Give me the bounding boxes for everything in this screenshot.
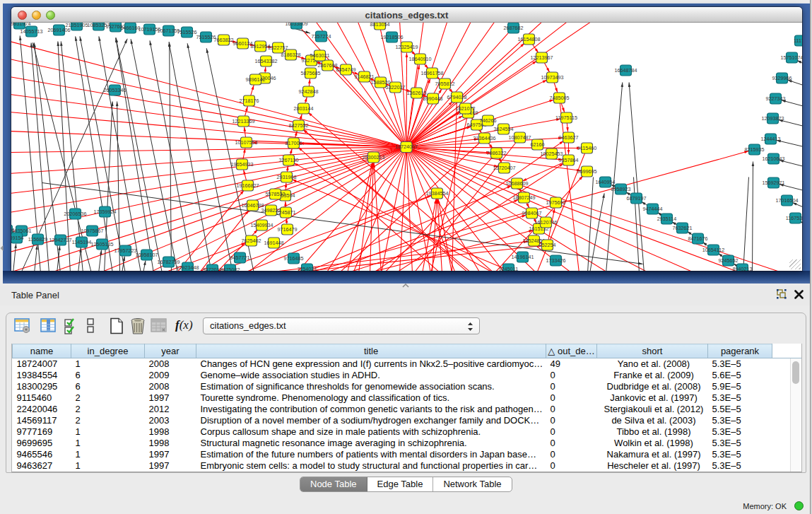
- svg-text:7625402: 7625402: [242, 238, 261, 244]
- svg-text:21364436: 21364436: [473, 135, 496, 141]
- svg-text:7955812: 7955812: [435, 81, 455, 87]
- svg-text:9457721: 9457721: [230, 255, 250, 261]
- svg-text:12213967: 12213967: [531, 54, 553, 61]
- svg-text:1244413: 1244413: [761, 136, 781, 142]
- svg-text:15720407: 15720407: [493, 165, 516, 171]
- svg-text:14196141: 14196141: [512, 254, 534, 260]
- svg-text:18724007: 18724007: [395, 144, 418, 150]
- svg-text:9699695: 9699695: [577, 168, 597, 175]
- svg-text:16648784: 16648784: [615, 67, 637, 74]
- svg-text:9472011: 9472011: [203, 267, 222, 271]
- svg-text:5875685: 5875685: [301, 70, 321, 76]
- svg-text:25300213: 25300213: [363, 154, 385, 160]
- svg-text:7663822: 7663822: [214, 37, 234, 43]
- svg-text:18640910: 18640910: [409, 56, 432, 62]
- svg-text:10973493: 10973493: [541, 74, 564, 81]
- svg-text:1733426: 1733426: [546, 257, 566, 264]
- svg-text:8454749: 8454749: [336, 66, 356, 73]
- svg-text:16543382: 16543382: [255, 58, 278, 64]
- svg-text:2322757: 2322757: [269, 45, 288, 51]
- svg-text:3267130: 3267130: [279, 157, 299, 163]
- svg-text:1145194: 1145194: [72, 239, 91, 245]
- svg-text:8990448: 8990448: [423, 95, 443, 102]
- svg-text:8940213: 8940213: [733, 266, 753, 271]
- svg-text:7986322: 7986322: [487, 150, 507, 156]
- svg-text:9716485: 9716485: [284, 255, 304, 262]
- svg-text:817006: 817006: [286, 140, 302, 146]
- svg-text:1640954: 1640954: [596, 179, 616, 185]
- svg-text:2931908: 2931908: [277, 174, 297, 180]
- svg-text:5578533: 5578533: [266, 191, 286, 197]
- svg-text:10688609: 10688609: [506, 180, 529, 187]
- svg-text:12923448: 12923448: [177, 264, 199, 271]
- svg-text:7632621: 7632621: [673, 225, 693, 231]
- svg-text:10958107: 10958107: [136, 252, 158, 258]
- svg-text:16961758: 16961758: [421, 70, 444, 76]
- svg-text:2867608: 2867608: [318, 62, 338, 69]
- svg-text:6466160: 6466160: [121, 25, 141, 31]
- svg-text:9716479: 9716479: [278, 226, 298, 233]
- svg-text:7515526: 7515526: [196, 34, 216, 40]
- svg-text:10025453: 10025453: [541, 151, 563, 157]
- svg-text:11172: 11172: [794, 37, 802, 44]
- svg-text:3624554: 3624554: [494, 126, 514, 132]
- svg-text:17957223: 17957223: [114, 247, 137, 254]
- svg-text:7515526: 7515526: [177, 29, 197, 35]
- svg-text:9227343: 9227343: [766, 95, 786, 102]
- svg-text:746266: 746266: [480, 117, 497, 124]
- svg-text:9660124: 9660124: [233, 40, 253, 47]
- svg-text:17359924: 17359924: [94, 209, 117, 215]
- svg-text:252254: 252254: [539, 242, 556, 248]
- svg-text:19166827: 19166827: [237, 182, 259, 189]
- svg-text:12942737: 12942737: [49, 237, 72, 243]
- svg-text:20206536: 20206536: [64, 211, 87, 217]
- svg-text:18807249: 18807249: [513, 194, 536, 201]
- svg-text:16033809: 16033809: [286, 23, 308, 27]
- svg-text:16210643: 16210643: [763, 156, 785, 162]
- svg-text:7485005: 7485005: [550, 95, 570, 101]
- svg-text:5322037: 5322037: [386, 84, 406, 90]
- svg-text:17016504: 17016504: [776, 197, 799, 204]
- svg-text:8958923: 8958923: [611, 186, 631, 192]
- svg-text:16120746: 16120746: [535, 219, 558, 226]
- svg-text:10975867: 10975867: [81, 228, 104, 234]
- svg-text:1621072: 1621072: [456, 105, 476, 112]
- svg-text:3498222: 3498222: [261, 207, 281, 214]
- svg-text:9463627: 9463627: [559, 134, 579, 141]
- svg-text:12325419: 12325419: [396, 44, 418, 50]
- svg-text:8475082: 8475082: [220, 267, 240, 271]
- svg-text:9329966: 9329966: [772, 75, 792, 81]
- svg-text:15692971: 15692971: [763, 180, 785, 186]
- svg-text:9084067: 9084067: [522, 210, 542, 216]
- svg-text:1156829: 1156829: [28, 236, 47, 243]
- svg-text:6794028: 6794028: [447, 94, 467, 100]
- svg-text:8912954: 8912954: [251, 43, 271, 49]
- svg-text:1691448: 1691448: [264, 240, 284, 246]
- svg-text:26053346: 26053346: [104, 87, 126, 93]
- svg-text:8813054: 8813054: [370, 23, 390, 28]
- svg-text:9115460: 9115460: [577, 145, 596, 151]
- svg-text:2935114: 2935114: [657, 216, 676, 222]
- svg-text:5463021: 5463021: [310, 52, 330, 59]
- svg-text:8215935: 8215935: [745, 146, 765, 153]
- svg-text:1167533: 1167533: [786, 215, 802, 221]
- svg-text:15751074: 15751074: [781, 54, 802, 61]
- svg-text:15409934: 15409934: [251, 222, 273, 228]
- svg-text:14055713: 14055713: [20, 28, 43, 35]
- svg-text:39154: 39154: [11, 235, 24, 241]
- svg-text:9245011: 9245011: [499, 266, 518, 271]
- svg-text:10807487: 10807487: [509, 134, 531, 141]
- svg-text:2803144: 2803144: [294, 105, 314, 112]
- svg-text:8471676: 8471676: [688, 235, 708, 242]
- svg-text:62160: 62160: [531, 141, 545, 148]
- svg-text:9357864: 9357864: [559, 157, 579, 163]
- svg-text:7357274: 7357274: [312, 33, 331, 40]
- svg-text:6879197: 6879197: [627, 195, 647, 201]
- svg-text:2687682: 2687682: [504, 25, 524, 31]
- svg-text:10107553: 10107553: [235, 139, 258, 146]
- svg-text:9474444: 9474444: [643, 206, 663, 212]
- svg-text:19654933: 19654933: [231, 161, 254, 168]
- svg-text:12505135: 12505135: [91, 241, 114, 247]
- svg-text:7254021: 7254021: [298, 266, 317, 271]
- svg-text:9242848: 9242848: [299, 88, 319, 95]
